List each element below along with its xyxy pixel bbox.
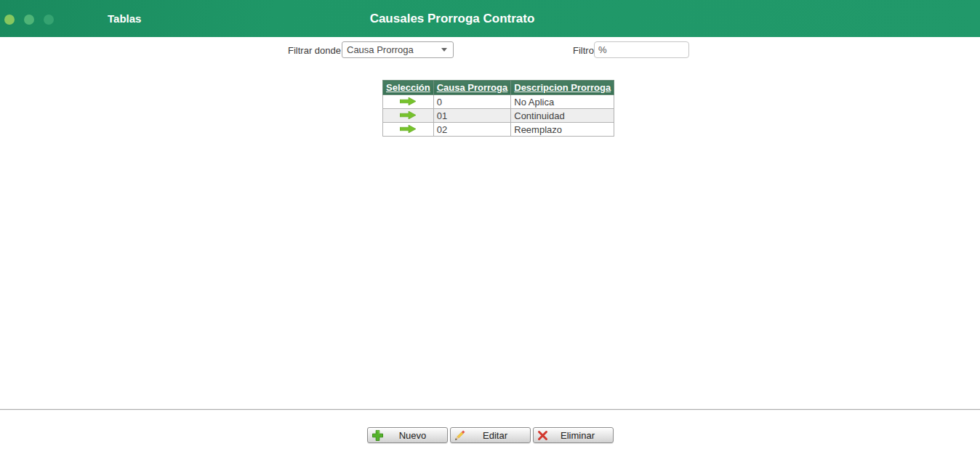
nuevo-button[interactable]: Nuevo (367, 427, 448, 443)
column-header-descripcion-prorroga[interactable]: Descripcion Prorroga (511, 81, 614, 95)
plus-icon (371, 429, 384, 442)
select-row-button[interactable] (400, 111, 416, 119)
cell-descripcion-prorroga: Continuidad (511, 109, 614, 123)
cell-descripcion-prorroga: No Aplica (511, 95, 614, 109)
filter-where-label: Filtrar donde (288, 45, 341, 56)
editar-button[interactable]: Editar (450, 427, 531, 443)
cell-descripcion-prorroga: Reemplazo (511, 123, 614, 137)
table-header-row: Selección Causa Prorroga Descripcion Pro… (383, 81, 614, 95)
table-row: 0 No Aplica (383, 95, 614, 109)
app-window: Tablas Causales Prorroga Contrato Filtra… (0, 0, 980, 470)
eliminar-button[interactable]: Eliminar (533, 427, 614, 443)
delete-x-icon (537, 430, 548, 441)
window-dot-icon[interactable] (24, 15, 34, 25)
window-dot-icon[interactable] (44, 15, 54, 25)
action-bar: Nuevo Editar Eliminar (367, 427, 614, 443)
filter-column-select[interactable]: Causa Prorroga (342, 41, 454, 58)
arrow-right-icon (400, 111, 416, 119)
app-title: Tablas (108, 0, 141, 37)
arrow-right-icon (400, 125, 416, 133)
page-title: Causales Prorroga Contrato (370, 0, 535, 37)
footer-divider (0, 409, 980, 411)
select-row-button[interactable] (400, 125, 416, 133)
cell-causa-prorroga: 02 (433, 123, 511, 137)
filter-input[interactable] (594, 41, 689, 58)
table-row: 01 Continuidad (383, 109, 614, 123)
editar-button-label: Editar (466, 430, 530, 441)
filter-column-selected-value: Causa Prorroga (347, 44, 414, 55)
cell-causa-prorroga: 0 (433, 95, 511, 109)
filter-value-label: Filtro (573, 45, 594, 56)
pencil-icon (454, 429, 466, 441)
nuevo-button-label: Nuevo (384, 430, 447, 441)
causales-table: Selección Causa Prorroga Descripcion Pro… (382, 80, 614, 137)
column-header-seleccion[interactable]: Selección (383, 81, 434, 95)
chevron-down-icon (441, 48, 447, 52)
column-header-causa-prorroga[interactable]: Causa Prorroga (433, 81, 511, 95)
table-row: 02 Reemplazo (383, 123, 614, 137)
window-dot-icon[interactable] (4, 15, 15, 25)
window-controls (4, 15, 54, 25)
select-row-button[interactable] (400, 97, 416, 105)
eliminar-button-label: Eliminar (548, 430, 613, 441)
cell-causa-prorroga: 01 (433, 109, 511, 123)
arrow-right-icon (400, 97, 416, 105)
app-header: Tablas Causales Prorroga Contrato (0, 0, 980, 37)
